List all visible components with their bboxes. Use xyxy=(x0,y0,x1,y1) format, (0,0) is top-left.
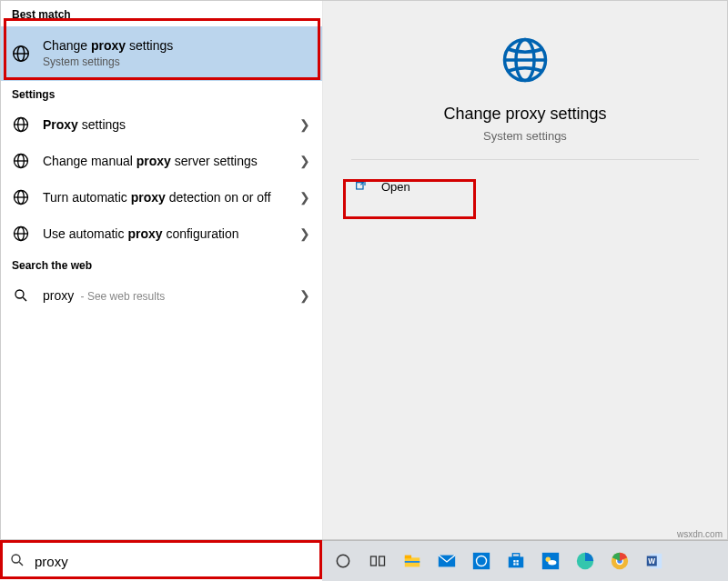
best-match-subtitle: System settings xyxy=(43,55,313,70)
svg-rect-29 xyxy=(405,561,420,563)
svg-rect-28 xyxy=(405,556,411,559)
globe-icon xyxy=(10,150,32,172)
svg-point-24 xyxy=(337,555,349,566)
section-search-web: Search the web xyxy=(1,252,322,277)
file-explorer-icon[interactable] xyxy=(400,549,424,573)
chevron-right-icon[interactable]: ❯ xyxy=(297,154,313,168)
settings-result[interactable]: Turn automatic proxy detection on or off… xyxy=(1,179,322,215)
detail-pane: Change proxy settings System settings Op… xyxy=(323,1,727,539)
cortana-icon[interactable] xyxy=(331,549,355,573)
open-icon xyxy=(354,178,369,195)
chevron-right-icon[interactable]: ❯ xyxy=(297,226,313,241)
svg-point-22 xyxy=(12,555,20,563)
settings-result[interactable]: Use automatic proxy configuration ❯ xyxy=(1,215,322,252)
chevron-right-icon[interactable]: ❯ xyxy=(297,117,313,132)
taskbar-search[interactable] xyxy=(0,541,322,581)
best-match-title: Change proxy settings xyxy=(43,37,313,54)
svg-rect-34 xyxy=(512,554,519,557)
task-view-icon[interactable] xyxy=(366,549,389,573)
section-settings: Settings xyxy=(1,81,322,106)
svg-rect-38 xyxy=(516,563,518,565)
store-icon[interactable] xyxy=(504,549,528,573)
search-icon xyxy=(9,552,25,571)
svg-line-16 xyxy=(23,297,26,301)
svg-line-23 xyxy=(19,562,23,566)
open-label: Open xyxy=(381,180,410,194)
globe-icon xyxy=(10,186,32,208)
svg-point-41 xyxy=(548,560,556,566)
taskbar: W xyxy=(0,540,728,581)
svg-rect-33 xyxy=(509,556,524,567)
svg-rect-35 xyxy=(513,560,515,562)
section-best-match: Best match xyxy=(1,1,322,26)
word-icon[interactable]: W xyxy=(642,549,666,573)
divider xyxy=(351,159,699,160)
search-icon xyxy=(10,285,32,306)
browser-icon[interactable] xyxy=(470,549,493,573)
settings-result-title: Use automatic proxy configuration xyxy=(43,225,297,242)
globe-icon xyxy=(10,114,32,135)
mail-icon[interactable] xyxy=(435,549,459,573)
search-input[interactable] xyxy=(35,554,313,569)
settings-result-title: Proxy settings xyxy=(43,116,297,133)
globe-icon xyxy=(495,30,555,90)
web-result[interactable]: proxy - See web results ❯ xyxy=(1,277,322,314)
chevron-right-icon[interactable]: ❯ xyxy=(297,288,313,303)
best-match-result[interactable]: Change proxy settings System settings xyxy=(1,26,322,81)
web-result-title: proxy - See web results xyxy=(43,287,297,305)
globe-icon xyxy=(10,223,32,245)
svg-rect-31 xyxy=(473,553,490,569)
search-results-pane: Best match Change proxy settings System … xyxy=(1,1,323,539)
settings-result[interactable]: Change manual proxy server settings ❯ xyxy=(1,143,322,179)
edge-icon[interactable] xyxy=(573,549,597,573)
watermark: wsxdn.com xyxy=(677,529,723,539)
weather-icon[interactable] xyxy=(539,549,562,573)
detail-subtitle: System settings xyxy=(483,129,567,143)
settings-result-title: Turn automatic proxy detection on or off xyxy=(43,189,297,205)
detail-title: Change proxy settings xyxy=(443,105,606,124)
open-button[interactable]: Open xyxy=(343,171,689,203)
settings-result-title: Change manual proxy server settings xyxy=(43,153,297,169)
globe-icon xyxy=(10,43,32,65)
taskbar-icons: W xyxy=(322,541,728,581)
svg-rect-37 xyxy=(513,563,515,565)
chevron-right-icon[interactable]: ❯ xyxy=(297,190,313,205)
svg-rect-25 xyxy=(371,556,377,566)
svg-rect-26 xyxy=(379,556,385,566)
svg-text:W: W xyxy=(648,557,655,566)
settings-result[interactable]: Proxy settings ❯ xyxy=(1,106,322,143)
chrome-icon[interactable] xyxy=(608,549,632,573)
svg-rect-36 xyxy=(516,560,518,562)
svg-point-15 xyxy=(15,290,24,298)
